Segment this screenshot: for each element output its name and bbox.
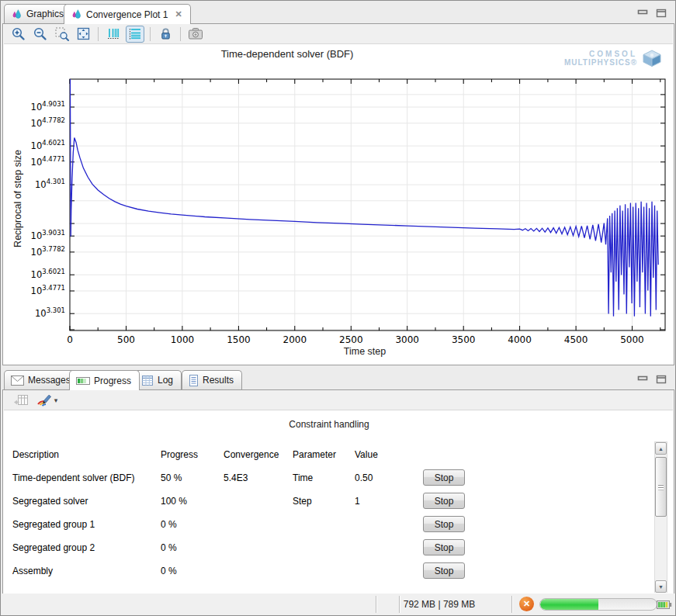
tab-convergence-plot[interactable]: Convergence Plot 1 ✕ <box>64 4 191 24</box>
color-brush-icon[interactable]: ▾ <box>33 392 60 409</box>
tab-messages[interactable]: Messages <box>4 370 79 389</box>
lock-axes-icon[interactable] <box>156 26 175 43</box>
svg-text:104.6021: 104.6021 <box>31 139 65 151</box>
memory-usage: 792 MB | 789 MB <box>400 594 478 615</box>
stop-button[interactable]: Stop <box>423 493 465 509</box>
zoom-extents-icon[interactable] <box>74 26 92 43</box>
vertical-grid-icon[interactable] <box>104 26 123 43</box>
tab-graphics-label: Graphics <box>26 9 64 19</box>
scroll-up-icon[interactable]: ▲ <box>655 442 667 455</box>
table-row: Segregated solver 100 % Step 1 Stop <box>4 496 654 508</box>
column-progress: Progress <box>161 449 198 460</box>
row-progress: 0 % <box>161 542 177 553</box>
svg-text:4000: 4000 <box>508 334 532 345</box>
comsol-drop-icon <box>71 9 82 20</box>
row-description: Segregated group 2 <box>12 542 95 553</box>
svg-text:3500: 3500 <box>452 334 476 345</box>
snapshot-icon[interactable] <box>186 26 205 43</box>
progress-table-header: Description Progress Convergence Paramet… <box>4 449 654 462</box>
constraint-handling-title: Constraint handling <box>4 419 654 430</box>
graphics-panel: Graphics Convergence Plot 1 ✕ <box>2 2 674 365</box>
cancel-icon[interactable]: ✕ <box>519 597 534 611</box>
table-row: Assembly 0 % Stop <box>4 566 654 578</box>
x-axis-label: Time step <box>344 346 386 357</box>
svg-text:500: 500 <box>117 334 135 345</box>
table-row: Segregated group 2 0 % Stop <box>4 542 654 555</box>
dropdown-caret-icon: ▾ <box>54 396 58 404</box>
svg-text:103.9031: 103.9031 <box>31 229 65 241</box>
toolbar-separator <box>150 27 151 41</box>
svg-text:5000: 5000 <box>620 334 644 345</box>
svg-text:3000: 3000 <box>395 334 419 345</box>
tab-messages-label: Messages <box>28 375 71 386</box>
row-progress: 100 % <box>161 496 187 507</box>
row-value: 0.50 <box>355 472 373 483</box>
svg-text:2500: 2500 <box>339 334 363 345</box>
minimize-icon[interactable] <box>637 9 648 17</box>
status-progress-fill <box>540 599 598 610</box>
svg-text:4500: 4500 <box>564 334 588 345</box>
statusbar-separator <box>511 596 513 613</box>
progress-toolbar: ▾ <box>4 390 673 410</box>
row-parameter: Time <box>293 472 313 483</box>
comsol-window: Graphics Convergence Plot 1 ✕ <box>0 0 676 616</box>
table-row: Time-dependent solver (BDF) 50 % 5.4E3 T… <box>4 472 654 485</box>
convergence-chart: 104.9031104.7782104.6021104.4771104.3011… <box>4 45 674 365</box>
zoom-out-icon[interactable] <box>30 26 49 43</box>
tab-results[interactable]: Results <box>182 370 242 389</box>
comsol-drop-icon <box>11 9 23 20</box>
column-value: Value <box>355 449 378 460</box>
svg-text:0: 0 <box>67 334 73 345</box>
y-axis-label: Reciprocal of step size <box>12 150 23 247</box>
maximize-icon[interactable] <box>656 375 667 383</box>
column-parameter: Parameter <box>293 449 336 460</box>
progress-bar-icon <box>76 376 90 386</box>
svg-text:103.4771: 103.4771 <box>31 284 65 296</box>
tab-close-icon[interactable]: ✕ <box>175 9 182 19</box>
graphics-toolbar <box>4 24 673 44</box>
graphics-canvas[interactable]: Time-dependent solver (BDF) COMSOL MULTI… <box>4 45 673 364</box>
tab-log-label: Log <box>158 375 173 386</box>
row-value: 1 <box>355 496 360 507</box>
svg-text:103.6021: 103.6021 <box>31 268 65 280</box>
stop-button[interactable]: Stop <box>423 516 465 532</box>
envelope-icon <box>11 375 24 386</box>
row-progress: 0 % <box>161 519 177 530</box>
svg-text:104.4771: 104.4771 <box>31 155 65 168</box>
zoom-in-icon[interactable] <box>9 26 27 43</box>
row-description: Segregated solver <box>12 496 88 507</box>
stop-button[interactable]: Stop <box>423 562 465 579</box>
scrollbar-thumb[interactable] <box>655 457 667 517</box>
results-list-icon <box>189 375 199 386</box>
progress-content: Constraint handling Description Progress… <box>4 411 673 593</box>
toolbar-separator <box>98 27 99 41</box>
stop-button[interactable]: Stop <box>423 469 465 486</box>
minimize-icon[interactable] <box>637 375 648 383</box>
progress-body: ▾ Constraint handling Description Progre… <box>2 389 674 594</box>
tab-results-label: Results <box>203 375 234 386</box>
row-progress: 0 % <box>161 566 177 576</box>
column-convergence: Convergence <box>224 449 279 460</box>
svg-text:104.9031: 104.9031 <box>31 100 65 112</box>
maximize-icon[interactable] <box>656 9 667 17</box>
statusbar-separator <box>376 596 377 613</box>
vertical-scrollbar[interactable]: ▲ ▼ <box>654 441 667 593</box>
detach-table-icon[interactable] <box>12 392 30 409</box>
table-row: Segregated group 1 0 % Stop <box>4 519 654 531</box>
svg-text:2000: 2000 <box>283 334 307 345</box>
scroll-down-icon[interactable]: ▼ <box>655 580 667 593</box>
tab-graphics[interactable]: Graphics <box>4 4 72 23</box>
horizontal-grid-icon[interactable] <box>126 26 144 43</box>
stop-button[interactable]: Stop <box>423 539 465 555</box>
tab-progress[interactable]: Progress <box>69 370 140 390</box>
scrollbar-grip <box>658 484 664 490</box>
zoom-box-icon[interactable] <box>52 26 71 43</box>
row-description: Time-dependent solver (BDF) <box>12 472 135 483</box>
tab-log[interactable]: Log <box>134 370 182 389</box>
memory-indicator-icon <box>657 600 672 611</box>
column-description: Description <box>12 449 59 460</box>
tab-convergence-label: Convergence Plot 1 <box>86 9 168 20</box>
row-description: Segregated group 1 <box>12 519 95 530</box>
progress-panel: Messages Progress Log Results <box>2 369 674 594</box>
progress-tabstrip: Messages Progress Log Results <box>2 369 674 389</box>
